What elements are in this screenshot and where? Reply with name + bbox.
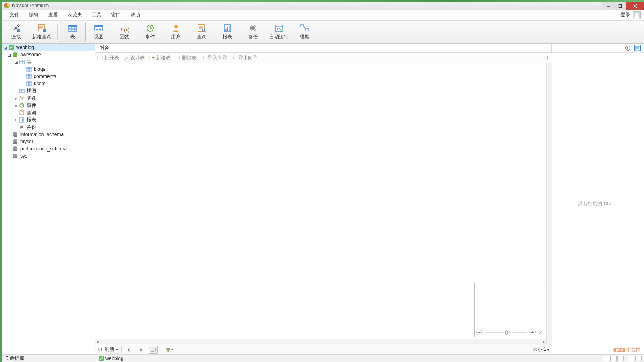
svg-line-104	[547, 59, 549, 60]
export-wizard-button[interactable]: 导出向导	[231, 54, 258, 61]
tab-objects[interactable]: 对象	[95, 44, 118, 52]
tree-table-blogs[interactable]: ▹ blogs	[2, 66, 95, 73]
tree-table-comments[interactable]: ▹ comments	[2, 73, 95, 80]
tree-connection[interactable]: ◢ webblog	[2, 44, 95, 51]
tree-views[interactable]: ▹ 视图	[2, 87, 95, 95]
toolbar-automation-button[interactable]: 自动运行	[266, 22, 292, 42]
menu-help[interactable]: 帮助	[126, 10, 145, 20]
info-ddl-tab[interactable]	[634, 45, 641, 51]
tree-database[interactable]: ◢ awesome	[2, 51, 95, 58]
color-mode-button[interactable]: ▾	[165, 346, 173, 354]
menu-favorites[interactable]: 收藏夹	[63, 10, 87, 20]
panel-left-button[interactable]	[628, 356, 634, 361]
search-button[interactable]	[544, 55, 549, 61]
export-wizard-label: 导出向导	[238, 54, 258, 61]
svg-rect-50	[305, 29, 309, 29]
menu-window[interactable]: 窗口	[106, 10, 126, 20]
minimap[interactable]: − + ⤢	[474, 283, 545, 337]
view-detail-button[interactable]	[617, 356, 624, 361]
svg-rect-1	[619, 4, 622, 7]
design-table-button[interactable]: 设计表	[123, 54, 145, 61]
tree-db-info-schema[interactable]: ▹ information_schema	[2, 131, 95, 138]
select-mode-button[interactable]	[149, 346, 158, 354]
open-table-label: 打开表	[105, 54, 119, 61]
toolbar-function-button[interactable]: f(x)函数	[111, 22, 137, 42]
query-icon	[197, 24, 206, 33]
toolbar-query-button[interactable]: 查询	[189, 22, 215, 42]
app-icon	[4, 3, 10, 8]
new-table-button[interactable]: +新建表	[149, 54, 171, 61]
tree-db-mysql[interactable]: ▹ mysql	[2, 138, 95, 145]
toolbar-connect-button[interactable]: +连接	[3, 22, 29, 42]
toolbar-report-button[interactable]: 报表	[215, 22, 240, 42]
tree-reports[interactable]: ▹ 报表	[2, 116, 95, 123]
tree-db-perf-schema[interactable]: ▹ performance_schema	[2, 145, 95, 152]
size-text: 大小 1	[533, 346, 546, 352]
import-wizard-button[interactable]: 导入向导	[200, 54, 227, 61]
breadcrumb-bar[interactable]	[118, 44, 552, 52]
menu-view[interactable]: 查看	[43, 10, 63, 20]
toolbar-view-button[interactable]: 视图	[86, 22, 111, 42]
view-list-button[interactable]	[610, 356, 617, 361]
menu-edit[interactable]: 编辑	[24, 10, 43, 20]
sidebar-tree: ◢ webblog ◢ awesome ◢ 表 ▹ blogs ▹ commen…	[2, 44, 95, 354]
svg-rect-60	[27, 67, 31, 71]
toolbar-function-label: 函数	[120, 33, 129, 40]
zoom-in-button[interactable]: +	[529, 329, 536, 335]
tree-backups[interactable]: ▹ 备份	[2, 123, 95, 131]
toolbar-event-button[interactable]: 事件	[137, 22, 163, 42]
delete-table-button[interactable]: −删除表	[175, 54, 196, 61]
content-area: ◂ ▸ − + ⤢	[95, 63, 552, 344]
svg-text:+: +	[152, 55, 155, 60]
scroll-right-icon[interactable]: ▸	[541, 339, 546, 344]
svg-point-88	[13, 135, 17, 137]
scroll-left-icon[interactable]: ◂	[95, 339, 100, 344]
info-general-tab[interactable]: i	[625, 45, 631, 51]
refresh-button[interactable]: 刷新 ▾	[97, 346, 118, 353]
refresh-label: 刷新	[105, 346, 114, 353]
svg-rect-79	[20, 111, 24, 115]
svg-text:x: x	[21, 96, 24, 101]
view-grid-button[interactable]	[603, 356, 609, 361]
horizontal-scrollbar[interactable]: ◂ ▸	[95, 339, 546, 344]
menu-tools[interactable]: 工具	[87, 10, 106, 20]
tree-tables-label: 表	[27, 59, 31, 66]
tree-db-label: performance_schema	[20, 146, 67, 152]
tree-functions[interactable]: ▹ fx 函数	[2, 95, 95, 102]
avatar-icon[interactable]	[633, 11, 641, 19]
tree-db-label: mysql	[20, 139, 33, 144]
maximize-button[interactable]	[614, 2, 626, 10]
tree-tables-group[interactable]: ◢ 表	[2, 58, 95, 66]
refresh-dropdown-icon[interactable]: ▾	[116, 348, 118, 352]
close-button[interactable]	[626, 2, 644, 10]
minimize-button[interactable]	[602, 2, 614, 10]
function-icon: fx	[19, 95, 25, 101]
pointer-mode-button[interactable]	[125, 346, 134, 354]
open-table-button[interactable]: 打开表	[97, 54, 119, 61]
toolbar-new-query-button[interactable]: +新建查询	[29, 22, 55, 42]
panel-right-button[interactable]	[635, 356, 642, 361]
body: ◢ webblog ◢ awesome ◢ 表 ▹ blogs ▹ commen…	[2, 44, 644, 354]
size-label[interactable]: 大小 1 ▾	[533, 346, 549, 353]
design-icon	[123, 55, 129, 61]
tree-events[interactable]: ▹ 事件	[2, 102, 95, 109]
toolbar-model-button[interactable]: 模型	[292, 22, 318, 42]
toolbar-backup-button[interactable]: 备份	[240, 22, 266, 42]
tree-functions-label: 函数	[27, 95, 36, 102]
tree-table-users[interactable]: ▹ users	[2, 80, 95, 87]
tree-queries[interactable]: ▹ 查询	[2, 109, 95, 116]
menubar: 文件 编辑 查看 收藏夹 工具 窗口 帮助 登录	[2, 10, 644, 21]
toolbar-table-button[interactable]: 表	[60, 22, 86, 42]
zoom-thumb[interactable]	[505, 330, 508, 335]
hand-mode-button[interactable]	[137, 346, 146, 354]
report-icon	[19, 117, 25, 123]
menu-file[interactable]: 文件	[5, 10, 24, 20]
tree-db-sys[interactable]: ▹ sys	[2, 152, 95, 160]
zoom-out-button[interactable]: −	[476, 329, 483, 335]
login-link[interactable]: 登录	[621, 12, 633, 19]
vertical-scrollbar[interactable]	[546, 63, 552, 344]
toolbar-user-button[interactable]: 用户	[163, 22, 189, 42]
statusbar: 5 数据库 webblog	[2, 354, 644, 362]
zoom-slider[interactable]	[485, 332, 527, 333]
minimap-expand-icon[interactable]: ⤢	[537, 329, 543, 335]
